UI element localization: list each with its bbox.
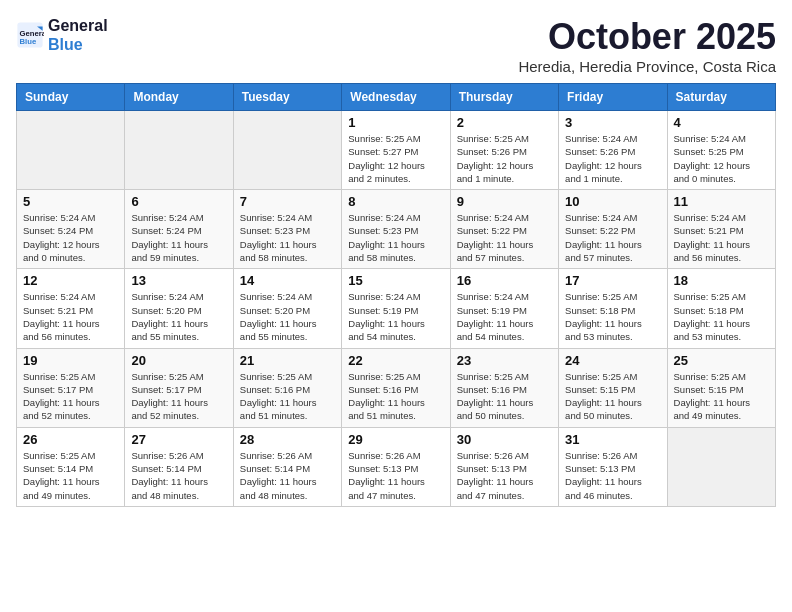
month-title: October 2025: [518, 16, 776, 58]
calendar-cell: 21Sunrise: 5:25 AMSunset: 5:16 PMDayligh…: [233, 348, 341, 427]
calendar-cell: [17, 111, 125, 190]
day-info: Sunrise: 5:25 AMSunset: 5:16 PMDaylight:…: [240, 370, 335, 423]
header-thursday: Thursday: [450, 84, 558, 111]
day-info: Sunrise: 5:26 AMSunset: 5:13 PMDaylight:…: [348, 449, 443, 502]
header-row: SundayMondayTuesdayWednesdayThursdayFrid…: [17, 84, 776, 111]
calendar-cell: 15Sunrise: 5:24 AMSunset: 5:19 PMDayligh…: [342, 269, 450, 348]
calendar-body: 1Sunrise: 5:25 AMSunset: 5:27 PMDaylight…: [17, 111, 776, 507]
title-block: October 2025 Heredia, Heredia Province, …: [518, 16, 776, 75]
calendar-cell: 1Sunrise: 5:25 AMSunset: 5:27 PMDaylight…: [342, 111, 450, 190]
day-number: 15: [348, 273, 443, 288]
calendar-cell: 27Sunrise: 5:26 AMSunset: 5:14 PMDayligh…: [125, 427, 233, 506]
header-saturday: Saturday: [667, 84, 775, 111]
day-number: 25: [674, 353, 769, 368]
calendar-cell: 3Sunrise: 5:24 AMSunset: 5:26 PMDaylight…: [559, 111, 667, 190]
day-info: Sunrise: 5:25 AMSunset: 5:15 PMDaylight:…: [674, 370, 769, 423]
day-info: Sunrise: 5:25 AMSunset: 5:15 PMDaylight:…: [565, 370, 660, 423]
calendar-cell: 10Sunrise: 5:24 AMSunset: 5:22 PMDayligh…: [559, 190, 667, 269]
calendar-cell: 12Sunrise: 5:24 AMSunset: 5:21 PMDayligh…: [17, 269, 125, 348]
day-info: Sunrise: 5:24 AMSunset: 5:21 PMDaylight:…: [23, 290, 118, 343]
day-number: 3: [565, 115, 660, 130]
day-number: 13: [131, 273, 226, 288]
day-info: Sunrise: 5:25 AMSunset: 5:18 PMDaylight:…: [565, 290, 660, 343]
day-number: 8: [348, 194, 443, 209]
day-info: Sunrise: 5:25 AMSunset: 5:17 PMDaylight:…: [131, 370, 226, 423]
calendar-cell: 16Sunrise: 5:24 AMSunset: 5:19 PMDayligh…: [450, 269, 558, 348]
day-number: 5: [23, 194, 118, 209]
day-number: 14: [240, 273, 335, 288]
week-row-2: 12Sunrise: 5:24 AMSunset: 5:21 PMDayligh…: [17, 269, 776, 348]
calendar-cell: 13Sunrise: 5:24 AMSunset: 5:20 PMDayligh…: [125, 269, 233, 348]
calendar-cell: 5Sunrise: 5:24 AMSunset: 5:24 PMDaylight…: [17, 190, 125, 269]
day-info: Sunrise: 5:24 AMSunset: 5:23 PMDaylight:…: [240, 211, 335, 264]
day-number: 16: [457, 273, 552, 288]
calendar-cell: 20Sunrise: 5:25 AMSunset: 5:17 PMDayligh…: [125, 348, 233, 427]
header-sunday: Sunday: [17, 84, 125, 111]
calendar-cell: 19Sunrise: 5:25 AMSunset: 5:17 PMDayligh…: [17, 348, 125, 427]
calendar-cell: [233, 111, 341, 190]
day-info: Sunrise: 5:26 AMSunset: 5:13 PMDaylight:…: [565, 449, 660, 502]
day-info: Sunrise: 5:24 AMSunset: 5:24 PMDaylight:…: [23, 211, 118, 264]
day-info: Sunrise: 5:24 AMSunset: 5:25 PMDaylight:…: [674, 132, 769, 185]
week-row-3: 19Sunrise: 5:25 AMSunset: 5:17 PMDayligh…: [17, 348, 776, 427]
day-info: Sunrise: 5:26 AMSunset: 5:14 PMDaylight:…: [131, 449, 226, 502]
calendar-cell: 25Sunrise: 5:25 AMSunset: 5:15 PMDayligh…: [667, 348, 775, 427]
calendar-cell: 30Sunrise: 5:26 AMSunset: 5:13 PMDayligh…: [450, 427, 558, 506]
day-number: 4: [674, 115, 769, 130]
calendar-cell: 9Sunrise: 5:24 AMSunset: 5:22 PMDaylight…: [450, 190, 558, 269]
day-info: Sunrise: 5:25 AMSunset: 5:16 PMDaylight:…: [348, 370, 443, 423]
header-wednesday: Wednesday: [342, 84, 450, 111]
week-row-1: 5Sunrise: 5:24 AMSunset: 5:24 PMDaylight…: [17, 190, 776, 269]
calendar-cell: 11Sunrise: 5:24 AMSunset: 5:21 PMDayligh…: [667, 190, 775, 269]
page-header: General Blue General Blue October 2025 H…: [16, 16, 776, 75]
day-info: Sunrise: 5:25 AMSunset: 5:14 PMDaylight:…: [23, 449, 118, 502]
logo-text-blue: Blue: [48, 35, 108, 54]
calendar-cell: 29Sunrise: 5:26 AMSunset: 5:13 PMDayligh…: [342, 427, 450, 506]
day-info: Sunrise: 5:24 AMSunset: 5:26 PMDaylight:…: [565, 132, 660, 185]
calendar-cell: 14Sunrise: 5:24 AMSunset: 5:20 PMDayligh…: [233, 269, 341, 348]
day-number: 1: [348, 115, 443, 130]
day-number: 30: [457, 432, 552, 447]
day-info: Sunrise: 5:24 AMSunset: 5:19 PMDaylight:…: [348, 290, 443, 343]
calendar-cell: 28Sunrise: 5:26 AMSunset: 5:14 PMDayligh…: [233, 427, 341, 506]
day-number: 31: [565, 432, 660, 447]
calendar-cell: 4Sunrise: 5:24 AMSunset: 5:25 PMDaylight…: [667, 111, 775, 190]
day-info: Sunrise: 5:26 AMSunset: 5:14 PMDaylight:…: [240, 449, 335, 502]
day-info: Sunrise: 5:24 AMSunset: 5:20 PMDaylight:…: [240, 290, 335, 343]
calendar-cell: 2Sunrise: 5:25 AMSunset: 5:26 PMDaylight…: [450, 111, 558, 190]
day-number: 7: [240, 194, 335, 209]
day-number: 10: [565, 194, 660, 209]
day-info: Sunrise: 5:25 AMSunset: 5:27 PMDaylight:…: [348, 132, 443, 185]
svg-text:Blue: Blue: [20, 37, 37, 46]
day-info: Sunrise: 5:24 AMSunset: 5:24 PMDaylight:…: [131, 211, 226, 264]
calendar-cell: 6Sunrise: 5:24 AMSunset: 5:24 PMDaylight…: [125, 190, 233, 269]
day-number: 21: [240, 353, 335, 368]
calendar-cell: [125, 111, 233, 190]
calendar-cell: 17Sunrise: 5:25 AMSunset: 5:18 PMDayligh…: [559, 269, 667, 348]
calendar-cell: 18Sunrise: 5:25 AMSunset: 5:18 PMDayligh…: [667, 269, 775, 348]
header-tuesday: Tuesday: [233, 84, 341, 111]
logo: General Blue General Blue: [16, 16, 108, 54]
day-info: Sunrise: 5:25 AMSunset: 5:18 PMDaylight:…: [674, 290, 769, 343]
location: Heredia, Heredia Province, Costa Rica: [518, 58, 776, 75]
calendar-header: SundayMondayTuesdayWednesdayThursdayFrid…: [17, 84, 776, 111]
day-number: 22: [348, 353, 443, 368]
day-info: Sunrise: 5:24 AMSunset: 5:22 PMDaylight:…: [565, 211, 660, 264]
day-number: 11: [674, 194, 769, 209]
day-number: 20: [131, 353, 226, 368]
day-number: 23: [457, 353, 552, 368]
week-row-4: 26Sunrise: 5:25 AMSunset: 5:14 PMDayligh…: [17, 427, 776, 506]
day-number: 29: [348, 432, 443, 447]
day-number: 28: [240, 432, 335, 447]
calendar-cell: 23Sunrise: 5:25 AMSunset: 5:16 PMDayligh…: [450, 348, 558, 427]
day-number: 19: [23, 353, 118, 368]
header-friday: Friday: [559, 84, 667, 111]
day-info: Sunrise: 5:24 AMSunset: 5:23 PMDaylight:…: [348, 211, 443, 264]
calendar-cell: 24Sunrise: 5:25 AMSunset: 5:15 PMDayligh…: [559, 348, 667, 427]
calendar-cell: [667, 427, 775, 506]
day-number: 9: [457, 194, 552, 209]
calendar-table: SundayMondayTuesdayWednesdayThursdayFrid…: [16, 83, 776, 507]
day-info: Sunrise: 5:25 AMSunset: 5:16 PMDaylight:…: [457, 370, 552, 423]
day-info: Sunrise: 5:25 AMSunset: 5:17 PMDaylight:…: [23, 370, 118, 423]
day-number: 6: [131, 194, 226, 209]
